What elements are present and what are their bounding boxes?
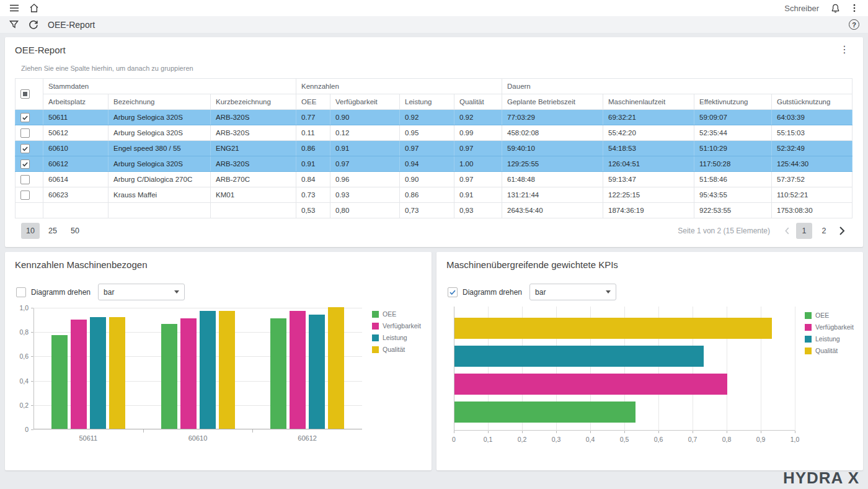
legend-swatch (372, 346, 379, 353)
row-checkbox[interactable] (20, 191, 30, 200)
table-cell: Arburg Selogica 320S (108, 156, 211, 172)
table-row[interactable]: 50612Arburg Selogica 320SARB-320S0.110.1… (16, 125, 852, 141)
chart-bar (161, 324, 177, 429)
table-cell: 59:40:10 (502, 141, 603, 156)
pagination-info: Seite 1 von 2 (15 Elemente) (678, 227, 770, 235)
page-size-button[interactable]: 10 (21, 223, 40, 239)
rotate-chart-checkbox[interactable] (16, 287, 26, 297)
table-cell: 54:18:53 (603, 141, 694, 156)
chart-bar (270, 318, 286, 429)
table-row[interactable]: 60614Arburg C/Dialogica 270CARB-270C0.84… (16, 172, 852, 187)
table-cell: 64:03:39 (772, 110, 852, 125)
table-row[interactable]: 60612Arburg Selogica 320SARB-320S0.910.9… (16, 156, 852, 172)
y-tick (31, 332, 33, 333)
select-all-header[interactable] (16, 79, 43, 110)
column-header[interactable]: Gutstücknutzung (772, 94, 852, 110)
legend-swatch (805, 312, 812, 319)
y-tick (31, 405, 33, 406)
summary-cell: 1753:08:30 (772, 203, 852, 218)
column-header[interactable]: Effektivnutzung (694, 94, 772, 110)
row-checkbox[interactable] (20, 159, 30, 169)
top-app-bar: Schreiber (0, 0, 868, 16)
chart-bar (328, 307, 344, 429)
overflow-kebab-icon[interactable] (849, 3, 859, 13)
column-header[interactable]: Bezeichnung (108, 94, 211, 110)
column-header[interactable]: Verfügbarkeit (330, 94, 400, 110)
help-icon[interactable]: ? (849, 19, 859, 30)
select-all-checkbox[interactable] (20, 89, 30, 99)
row-checkbox-cell[interactable] (16, 156, 43, 172)
notifications-bell-icon[interactable] (830, 3, 841, 14)
column-header[interactable]: Kurzbezeichnung (211, 94, 296, 110)
table-row[interactable]: 50611Arburg Selogica 320SARB-320S0.770.9… (16, 110, 852, 125)
page-size-button[interactable]: 25 (43, 223, 62, 239)
panel-kebab-icon[interactable]: ⋮ (836, 43, 853, 56)
legend-swatch (805, 324, 812, 331)
row-checkbox[interactable] (20, 175, 30, 184)
row-checkbox[interactable] (20, 144, 30, 153)
legend-item: Verfügbarkeit (372, 322, 421, 330)
chart-right-title: Maschinenübergreifende gewichtete KPIs (444, 259, 856, 270)
page-number-button[interactable]: 1 (796, 223, 812, 239)
x-tick-label: 0 (444, 436, 464, 443)
column-group-header[interactable]: Dauern (502, 79, 852, 94)
summary-cell: 0,53 (296, 203, 330, 218)
chart-type-select[interactable]: bar (529, 284, 616, 300)
legend-label: Qualität (815, 347, 838, 354)
chart-bar (290, 311, 306, 429)
column-header[interactable]: Arbeitsplatz (43, 94, 108, 110)
table-cell: 55:15:03 (772, 125, 852, 141)
table-cell: ENG21 (211, 141, 296, 156)
column-header[interactable]: OEE (296, 94, 330, 110)
group-by-hint[interactable]: Ziehen Sie eine Spalte hierhin, um danac… (15, 56, 853, 78)
column-group-header[interactable]: Stammdaten (43, 79, 296, 94)
row-checkbox[interactable] (20, 128, 30, 138)
column-header[interactable]: Leistung (400, 94, 454, 110)
table-cell: 0.86 (296, 141, 330, 156)
chart-bar (71, 320, 87, 429)
table-cell: 0.90 (400, 172, 454, 187)
table-row[interactable]: 60623Krauss MaffeiKM010.730.930.860.9113… (16, 187, 852, 203)
chart-type-select[interactable]: bar (98, 284, 185, 300)
table-cell: 122:25:15 (603, 187, 694, 203)
row-checkbox-cell[interactable] (16, 110, 43, 125)
table-cell: 60610 (43, 141, 108, 156)
table-cell: 0.90 (330, 110, 400, 125)
home-icon[interactable] (29, 2, 40, 14)
column-header[interactable]: Maschinenlaufzeit (603, 94, 694, 110)
table-cell: KM01 (211, 187, 296, 203)
refresh-icon[interactable] (28, 19, 39, 30)
weighted-kpi-chart-panel: Maschinenübergreifende gewichtete KPIs D… (436, 252, 863, 470)
summary-cell (211, 203, 296, 218)
content-area: OEE-Report ⋮ Ziehen Sie eine Spalte hier… (0, 34, 868, 470)
row-checkbox-cell[interactable] (16, 187, 43, 203)
table-row[interactable]: 60610Engel speed 380 / 55ENG210.860.910.… (16, 141, 852, 156)
table-cell: 0.91 (296, 156, 330, 172)
legend-label: Qualität (383, 346, 405, 353)
filter-icon[interactable] (9, 19, 19, 30)
page-number-button[interactable]: 2 (816, 223, 832, 239)
row-checkbox-cell[interactable] (16, 141, 43, 156)
prev-page-icon[interactable] (782, 226, 792, 236)
x-tick (556, 431, 557, 433)
table-cell: 57:37:52 (772, 172, 852, 187)
chart-bar (90, 317, 106, 429)
legend-label: Verfügbarkeit (815, 323, 854, 331)
column-header[interactable]: Qualität (454, 94, 502, 110)
hamburger-menu-icon[interactable] (9, 2, 20, 14)
table-cell: 0.96 (330, 172, 400, 187)
page-size-button[interactable]: 50 (66, 223, 84, 239)
row-checkbox[interactable] (20, 113, 30, 122)
next-page-icon[interactable] (836, 225, 847, 236)
legend-label: Leistung (383, 334, 407, 341)
row-checkbox-cell[interactable] (16, 125, 43, 141)
summary-cell: 0,80 (330, 203, 400, 218)
rotate-chart-checkbox[interactable] (448, 287, 458, 297)
row-checkbox-cell[interactable] (16, 172, 43, 187)
user-name[interactable]: Schreiber (784, 4, 819, 13)
column-group-header[interactable]: Kennzahlen (296, 79, 502, 94)
legend-item: Qualität (372, 346, 421, 353)
column-header[interactable]: Geplante Betriebszeit (502, 94, 603, 110)
table-cell: ARB-270C (211, 172, 296, 187)
x-tick-label: 0,8 (717, 436, 737, 443)
